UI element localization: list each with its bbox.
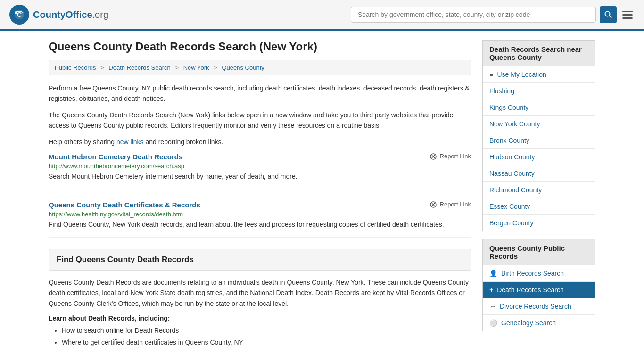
sidebar-nearby-header: Death Records Search near Queens County (482, 40, 595, 66)
sidebar-nearby-section: Death Records Search near Queens County … (482, 40, 595, 231)
breadcrumb-death-records[interactable]: Death Records Search (108, 64, 171, 71)
record-title-mount-hebron[interactable]: Mount Hebron Cemetery Death Records (49, 153, 182, 161)
question-icon: ⚪ (489, 319, 497, 327)
breadcrumb: Public Records > Death Records Search > … (49, 60, 471, 75)
list-item: How to search online for Death Records (62, 326, 471, 336)
list-item: Where to get certified death certificate… (62, 337, 471, 347)
sidebar-item-nassau-county[interactable]: Nassau County (483, 165, 595, 182)
record-url-mount-hebron: http://www.mounthebroncemetery.com/searc… (49, 163, 471, 170)
content-area: Queens County Death Records Search (New … (49, 40, 471, 349)
header: C CountyOffice.org (0, 0, 644, 31)
sidebar-item-kings-county[interactable]: Kings County (483, 99, 595, 116)
record-desc-queens-death-cert: Find Queens County, New York death recor… (49, 220, 471, 230)
sidebar-public-records-header: Queens County Public Records (482, 239, 595, 265)
sidebar-item-birth-records[interactable]: 👤 Birth Records Search (483, 265, 595, 282)
body-text: Queens County Death Records are document… (49, 277, 471, 309)
logo-area: C CountyOffice.org (9, 5, 108, 25)
main-container: Queens County Death Records Search (New … (39, 31, 605, 359)
new-links-link[interactable]: new links (116, 138, 144, 146)
sidebar-item-genealogy[interactable]: ⚪ Genealogy Search (483, 315, 595, 331)
sidebar-item-use-my-location[interactable]: ● Use My Location (483, 66, 595, 83)
plus-icon: + (489, 286, 493, 294)
report-link-button-1[interactable]: Report Link (429, 153, 471, 160)
logo-icon: C (9, 5, 29, 25)
sidebar-item-divorce-records[interactable]: ↔ Divorce Records Search (483, 298, 595, 315)
bullet-list: How to search online for Death Records W… (49, 326, 471, 347)
person-icon: 👤 (489, 270, 497, 277)
sidebar-item-flushing[interactable]: Flushing (483, 83, 595, 99)
sidebar-item-new-york-county[interactable]: New York County (483, 116, 595, 132)
find-section-title: Find Queens County Death Records (57, 255, 463, 264)
breadcrumb-queens-county[interactable]: Queens County (222, 64, 264, 71)
sidebar-item-hudson-county[interactable]: Hudson County (483, 149, 595, 165)
record-desc-mount-hebron: Search Mount Hebron Cemetery interment s… (49, 172, 471, 181)
record-title-queens-death-cert[interactable]: Queens County Death Certificates & Recor… (49, 201, 200, 209)
record-mount-hebron: Mount Hebron Cemetery Death Records Repo… (49, 153, 471, 189)
search-button[interactable] (600, 6, 617, 23)
logo-text: CountyOffice.org (33, 9, 108, 20)
arrows-icon: ↔ (489, 303, 496, 310)
sidebar-nearby-list: ● Use My Location Flushing Kings County … (482, 66, 595, 231)
svg-line-5 (609, 16, 611, 18)
breadcrumb-new-york[interactable]: New York (183, 64, 209, 71)
sidebar-public-records-list: 👤 Birth Records Search + Death Records S… (482, 265, 595, 331)
page-title: Queens County Death Records Search (New … (49, 40, 471, 53)
sidebar-item-richmond-county[interactable]: Richmond County (483, 182, 595, 198)
description-2: The Queens County Death Records Search (… (49, 110, 471, 131)
svg-text:C: C (17, 11, 22, 18)
description-1: Perform a free Queens County, NY public … (49, 83, 471, 104)
sidebar: Death Records Search near Queens County … (482, 40, 595, 349)
breadcrumb-public-records[interactable]: Public Records (55, 64, 96, 71)
report-link-button-2[interactable]: Report Link (429, 201, 471, 208)
search-area (351, 6, 635, 23)
find-section: Find Queens County Death Records (49, 249, 471, 271)
sidebar-public-records-section: Queens County Public Records 👤 Birth Rec… (482, 239, 595, 331)
learn-heading: Learn about Death Records, including: (49, 314, 471, 322)
sidebar-item-bergen-county[interactable]: Bergen County (483, 215, 595, 231)
location-icon: ● (489, 71, 493, 78)
menu-button[interactable] (620, 9, 635, 21)
description-3: Help others by sharing new links and rep… (49, 137, 471, 147)
record-queens-death-cert: Queens County Death Certificates & Recor… (49, 201, 471, 238)
search-input[interactable] (351, 7, 596, 23)
sidebar-item-bronx-county[interactable]: Bronx County (483, 132, 595, 149)
sidebar-item-essex-county[interactable]: Essex County (483, 198, 595, 215)
record-url-queens-death-cert: https://www.health.ny.gov/vital_records/… (49, 211, 471, 218)
sidebar-item-death-records[interactable]: + Death Records Search (483, 282, 595, 298)
